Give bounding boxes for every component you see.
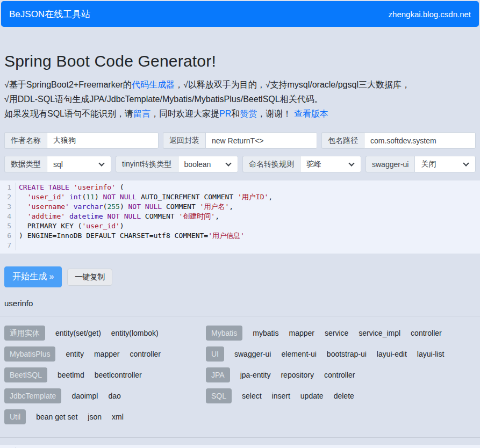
naming-rule-value: 驼峰 (306, 160, 349, 169)
swagger-ui-label: swagger-ui (366, 156, 414, 172)
return-wrapper-group: 返回封装 (163, 132, 317, 149)
generator-item[interactable]: controller (324, 371, 355, 379)
code-line: 7 (0, 241, 480, 250)
generator-category-badge: MybatisPlus (4, 346, 55, 362)
code-generator-link[interactable]: 代码生成器 (132, 80, 175, 89)
generator-item[interactable]: select (242, 392, 262, 400)
generator-item[interactable]: entity(set/get) (55, 329, 101, 337)
line-number: 3 (0, 202, 16, 212)
naming-rule-group: 命名转换规则 驼峰 (242, 156, 361, 172)
author-name-input[interactable] (47, 132, 159, 149)
generator-item[interactable]: mybatis (253, 329, 278, 337)
tinyint-convert-value: boolean (184, 160, 226, 169)
code-text: CREATE TABLE 'userinfo' ( (16, 183, 124, 192)
code-text: 'addtime' datetime NOT NULL COMMENT '创建时… (16, 212, 219, 221)
line-number: 6 (0, 231, 16, 241)
generate-button[interactable]: 开始生成 » (4, 266, 62, 287)
generator-item[interactable]: repository (281, 371, 313, 379)
leave-message-link[interactable]: 留言 (133, 109, 151, 118)
code-text: 'username' varchar(255) NOT NULL COMMENT… (16, 202, 233, 212)
generator-item[interactable]: bootstrap-ui (327, 350, 367, 358)
intro-text: ，谢谢！ (257, 109, 291, 118)
generator-item[interactable]: element-ui (281, 350, 316, 358)
generator-item[interactable]: layui-list (417, 350, 445, 358)
intro-description: √基于SpringBoot2+Freemarker的代码生成器，√以释放双手为目… (4, 77, 476, 121)
generator-row: JPAjpa-entityrepositorycontroller (206, 367, 476, 382)
intro-text: 如果发现有SQL语句不能识别，请 (4, 109, 133, 118)
naming-rule-select[interactable]: 驼峰 (300, 156, 361, 172)
data-type-value: sql (53, 160, 99, 169)
generator-item[interactable]: beetlcontroller (95, 371, 142, 379)
code-text: PRIMARY KEY ('user_id') (16, 221, 124, 231)
generator-item[interactable]: update (300, 392, 324, 400)
site-url-link[interactable]: zhengkai.blog.csdn.net (389, 10, 471, 19)
return-wrapper-input[interactable] (205, 132, 317, 149)
data-type-select[interactable]: sql (47, 156, 111, 172)
generator-item[interactable]: bean get set (36, 413, 77, 421)
chevron-down-icon (348, 160, 354, 166)
tab-userinfo[interactable]: userinfo (0, 299, 43, 308)
generator-row: BeetlSQLbeetlmdbeetlcontroller (4, 367, 206, 382)
intro-text: √基于SpringBoot2+Freemarker的 (4, 80, 132, 89)
generator-item[interactable]: delete (334, 392, 354, 400)
intro-line-3: 如果发现有SQL语句不能识别，请留言，同时欢迎大家提PR和赞赏，谢谢！ 查看版本 (4, 106, 476, 121)
generator-category-badge: Mybatis (206, 326, 242, 341)
generator-category-badge: UI (206, 346, 224, 362)
code-line: 4 'addtime' datetime NOT NULL COMMENT '创… (0, 212, 480, 221)
generator-item[interactable]: xml (112, 413, 124, 421)
generator-item[interactable]: jpa-entity (240, 371, 271, 379)
intro-line-2: √用DDL-SQL语句生成JPA/JdbcTemplate/Mybatis/My… (4, 92, 476, 106)
code-line: 2 'user_id' int(11) NOT NULL AUTO_INCREM… (0, 192, 480, 202)
form-row-2: 数据类型 sql tinyint转换类型 boolean 命名转换规则 驼峰 s… (4, 156, 476, 172)
view-version-link[interactable]: 查看版本 (294, 109, 328, 118)
tinyint-convert-label: tinyint转换类型 (116, 156, 178, 172)
generator-item[interactable]: layui-edit (377, 350, 407, 358)
generator-item[interactable]: beetlmd (58, 371, 84, 379)
line-number: 2 (0, 192, 16, 202)
tinyint-convert-group: tinyint转换类型 boolean (116, 156, 238, 172)
generator-item[interactable]: swagger-ui (234, 350, 271, 358)
generator-item[interactable]: service_impl (359, 329, 400, 337)
code-line: 1CREATE TABLE 'userinfo' ( (0, 183, 480, 192)
swagger-ui-select[interactable]: 关闭 (414, 156, 476, 172)
package-path-label: 包名路径 (321, 132, 364, 149)
copy-button[interactable]: 一键复制 (67, 269, 112, 286)
java-code-editor[interactable]: 1import java.io.Serializable;2import lom… (0, 445, 480, 448)
data-type-group: 数据类型 sql (4, 156, 111, 172)
generator-row: UIswagger-uielement-uibootstrap-uilayui-… (206, 346, 476, 362)
package-path-input[interactable] (364, 132, 476, 149)
generator-item[interactable]: controller (411, 329, 442, 337)
generator-item[interactable]: daoimpl (71, 392, 98, 400)
generator-item[interactable]: service (325, 329, 348, 337)
sql-code-editor[interactable]: 1CREATE TABLE 'userinfo' (2 'user_id' in… (0, 180, 480, 254)
generator-column-left: 通用实体entity(set/get)entity(lombok)Mybatis… (4, 326, 206, 430)
actions-bar: 开始生成 » 一键复制 (0, 266, 480, 287)
site-brand[interactable]: BeJSON在线工具站 (9, 8, 90, 20)
chevron-down-icon (225, 160, 231, 166)
generator-column-right: Mybatismybatismapperserviceservice_implc… (206, 326, 476, 430)
intro-text: ，同时欢迎大家提 (151, 109, 219, 118)
generator-item[interactable]: controller (130, 350, 161, 358)
generator-item[interactable]: entity (66, 350, 83, 358)
generator-category-badge: BeetlSQL (4, 367, 47, 382)
generator-item[interactable]: mapper (289, 329, 314, 337)
donate-link[interactable]: 赞赏 (240, 109, 257, 118)
tinyint-convert-select[interactable]: boolean (178, 156, 238, 172)
author-name-label: 作者名称 (4, 132, 47, 149)
line-number: 4 (0, 212, 16, 221)
page-title: Spring Boot Code Generator! (4, 52, 476, 70)
generator-row: 通用实体entity(set/get)entity(lombok) (4, 326, 206, 341)
generator-item[interactable]: mapper (94, 350, 119, 358)
generator-category-badge: Util (4, 409, 26, 424)
generator-item[interactable]: insert (272, 392, 290, 400)
form-row-1: 作者名称 返回封装 包名路径 (4, 132, 476, 149)
pr-link[interactable]: PR (219, 109, 231, 118)
generator-item[interactable]: json (88, 413, 102, 421)
naming-rule-label: 命名转换规则 (242, 156, 300, 172)
generator-category-badge: JdbcTemplate (4, 388, 61, 403)
generator-item[interactable]: entity(lombok) (111, 329, 159, 337)
divider (0, 437, 480, 438)
code-text: 'user_id' int(11) NOT NULL AUTO_INCREMEN… (16, 192, 273, 202)
generator-item[interactable]: dao (108, 392, 120, 400)
generator-grid: 通用实体entity(set/get)entity(lombok)Mybatis… (0, 326, 480, 430)
